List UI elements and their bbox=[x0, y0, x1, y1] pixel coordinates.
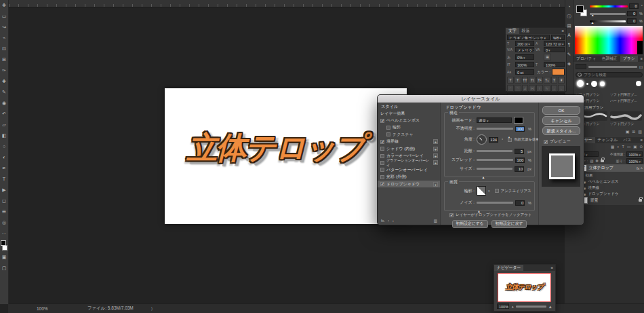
brush-preset-dot[interactable] bbox=[586, 83, 588, 85]
tracking-field[interactable]: 0 bbox=[544, 47, 565, 52]
spread-value[interactable]: 100 bbox=[515, 158, 525, 163]
filter-smart-icon[interactable]: ▣ bbox=[633, 145, 637, 149]
leading-field[interactable]: 120.72 pt bbox=[544, 41, 565, 46]
checkbox[interactable] bbox=[380, 175, 384, 179]
foreground-background-swatches[interactable] bbox=[0, 240, 8, 251]
navigator-proxy-rect[interactable] bbox=[498, 273, 551, 302]
checkbox[interactable] bbox=[380, 161, 384, 165]
contour-thumbnail[interactable] bbox=[477, 186, 486, 196]
asian-option-button[interactable]: ∿ bbox=[544, 85, 550, 92]
opacity-slider[interactable] bbox=[477, 128, 513, 130]
size-value[interactable]: 10 bbox=[515, 166, 524, 172]
size-slider[interactable] bbox=[477, 168, 512, 170]
antialias-checkbox[interactable] bbox=[495, 189, 499, 193]
tab-properties[interactable]: プロパティ bbox=[573, 56, 599, 62]
baseline-field[interactable]: 0 pt bbox=[515, 69, 534, 75]
checkbox[interactable] bbox=[386, 126, 390, 130]
zoom-tool-icon[interactable]: ◎ bbox=[0, 217, 8, 228]
blur-tool-icon[interactable]: ○ bbox=[0, 141, 8, 152]
brush-preset-round[interactable] bbox=[636, 81, 641, 86]
checkbox[interactable] bbox=[380, 147, 384, 151]
opacity-value[interactable]: 100 bbox=[515, 126, 525, 132]
background-lock-icon[interactable] bbox=[639, 199, 642, 202]
angle-dial[interactable] bbox=[477, 134, 487, 145]
tab-brushes[interactable]: ブラシ bbox=[620, 56, 638, 62]
background-color-swatch[interactable] bbox=[2, 245, 7, 251]
noise-slider[interactable] bbox=[477, 202, 513, 204]
brush-preset-hard-round[interactable] bbox=[591, 81, 597, 87]
font-size-field[interactable]: 200 pt bbox=[515, 41, 534, 46]
foreground-color-swatch[interactable] bbox=[1, 240, 6, 246]
navigator-menu-icon[interactable]: ≡ bbox=[549, 265, 555, 271]
asian-option-button[interactable]: ≀ bbox=[536, 85, 543, 92]
brush-name[interactable]: ハード円筆圧ブ... bbox=[610, 98, 643, 103]
marquee-tool-icon[interactable]: ▭ bbox=[0, 11, 8, 22]
navigator-zoom-field[interactable]: 100% bbox=[497, 303, 509, 309]
status-more-icon[interactable]: ⟩ bbox=[151, 306, 153, 312]
underline-button[interactable]: T bbox=[551, 77, 558, 84]
filter-kind-icon[interactable]: ▦ bbox=[611, 145, 614, 149]
asian-option-button[interactable]: ⊿ bbox=[522, 85, 529, 92]
quick-select-tool-icon[interactable]: ⌁ bbox=[0, 33, 8, 43]
spread-slider[interactable] bbox=[477, 159, 513, 161]
color-spectrum-field[interactable] bbox=[575, 26, 643, 54]
move-down-icon[interactable]: ↓ bbox=[393, 219, 395, 223]
small-caps-button[interactable]: Tt bbox=[529, 77, 536, 84]
faux-italic-button[interactable]: T bbox=[515, 77, 521, 84]
layers-menu-icon[interactable]: ≡ bbox=[639, 137, 644, 143]
zoom-level-field[interactable]: 100% bbox=[37, 306, 48, 311]
brush-search-input[interactable]: ブラシを検索 bbox=[576, 72, 643, 77]
dodge-tool-icon[interactable]: ◐ bbox=[0, 152, 8, 163]
preview-checkbox[interactable] bbox=[544, 140, 548, 144]
contour-caret-icon[interactable]: ▾ bbox=[488, 189, 490, 193]
canvas-text-layer[interactable]: 立体テロップ bbox=[165, 128, 386, 168]
style-item-inner-shadow[interactable]: シャドウ (内側) bbox=[378, 145, 440, 152]
brush-preset-soft-round[interactable] bbox=[577, 80, 584, 87]
layer-fx-badge[interactable]: fx ˄ bbox=[637, 166, 643, 170]
style-item-outer-glow[interactable]: 光彩 (外側) bbox=[378, 174, 440, 181]
quick-mask-icon[interactable]: ▣ bbox=[0, 252, 8, 263]
shadow-color-swatch[interactable] bbox=[514, 117, 523, 124]
clone-stamp-tool-icon[interactable]: ◉ bbox=[0, 98, 8, 109]
asian-option-button[interactable]: ◟ bbox=[558, 85, 565, 92]
asian-option-button[interactable]: ◜ bbox=[507, 85, 514, 92]
frame-tool-icon[interactable]: ⊞ bbox=[0, 54, 8, 65]
healing-tool-icon[interactable]: ✚ bbox=[0, 76, 8, 87]
kerning-field[interactable]: メトリクス bbox=[515, 47, 534, 52]
angle-value[interactable]: 134 bbox=[489, 137, 498, 143]
strikethrough-button[interactable]: Ŧ bbox=[558, 77, 565, 84]
add-instance-icon[interactable] bbox=[433, 160, 438, 165]
checkbox[interactable] bbox=[380, 140, 384, 144]
tab-paragraph[interactable]: 段落 bbox=[519, 28, 533, 34]
hue-value[interactable]: 0 bbox=[629, 3, 639, 9]
zoom-in-mountain-icon[interactable]: ▲ bbox=[548, 304, 552, 309]
add-instance-icon[interactable] bbox=[433, 153, 438, 158]
tab-character[interactable]: 文字 bbox=[506, 28, 519, 34]
lasso-tool-icon[interactable]: ↝ bbox=[0, 22, 8, 33]
delete-brush-icon[interactable]: ▥ bbox=[638, 129, 642, 134]
dialog-title[interactable]: レイヤースタイル bbox=[378, 95, 584, 103]
pen-tool-icon[interactable]: ✒ bbox=[0, 163, 8, 174]
effect-row[interactable]: 境界線 bbox=[583, 185, 599, 190]
effect-row[interactable]: ドロップシャドウ bbox=[583, 191, 618, 196]
move-tool-icon[interactable]: ✥ bbox=[0, 0, 8, 11]
cancel-button[interactable]: キャンセル bbox=[542, 116, 580, 125]
character-menu-icon[interactable]: ≡ bbox=[560, 28, 566, 34]
lock-position-icon[interactable]: ✥ bbox=[595, 159, 599, 163]
font-family-select[interactable]: ヒラギノ角ゴシック bbox=[507, 35, 550, 40]
history-brush-tool-icon[interactable]: ↶ bbox=[0, 109, 8, 119]
lock-transparent-icon[interactable]: ▨ bbox=[590, 159, 593, 163]
style-item-texture[interactable]: テクスチャ bbox=[378, 131, 440, 138]
all-caps-button[interactable]: TT bbox=[522, 77, 529, 84]
info-panel-icon[interactable]: ⓘ bbox=[565, 12, 573, 21]
brush-name[interactable]: ソフト円筆圧ブ... bbox=[610, 92, 643, 96]
tab-adjustments[interactable]: 色調補正 bbox=[599, 56, 620, 62]
filter-adjustment-icon[interactable]: ◐ bbox=[617, 145, 619, 149]
saturation-slider[interactable] bbox=[590, 13, 626, 15]
checkbox[interactable] bbox=[380, 119, 384, 123]
brush-pressure-icon[interactable]: ⊡ bbox=[639, 65, 643, 69]
navigator-thumbnail[interactable]: 立体テロップ bbox=[498, 273, 551, 302]
document-canvas[interactable]: 立体テロップ bbox=[165, 88, 407, 224]
horizontal-scale-field[interactable]: 100% bbox=[544, 62, 565, 67]
effect-row[interactable]: ベベルとエンボス bbox=[583, 179, 618, 184]
